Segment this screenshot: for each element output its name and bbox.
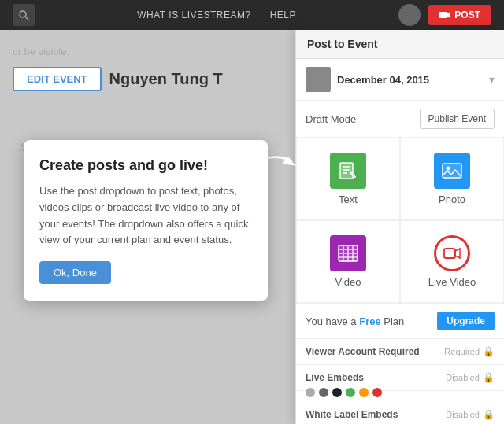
- tutorial-body: Use the post dropdown to post text, phot…: [39, 183, 252, 249]
- lock-icon-viewer: 🔒: [483, 346, 495, 357]
- post-button[interactable]: POST: [428, 5, 491, 25]
- event-thumbnail: [306, 67, 331, 92]
- text-icon: [330, 153, 366, 189]
- publish-event-button[interactable]: Publish Event: [420, 109, 495, 129]
- nav-links: WHAT IS LIVESTREAM? HELP: [137, 9, 296, 20]
- event-title: Nguyen Tung T: [109, 70, 223, 88]
- feature-row-viewer: Viewer Account Required Required 🔒: [296, 339, 504, 365]
- live-embeds-label: Live Embeds: [306, 372, 364, 383]
- avatar[interactable]: [398, 4, 421, 26]
- svg-point-11: [447, 167, 450, 171]
- ok-done-button[interactable]: Ok, Done: [39, 261, 111, 284]
- upgrade-button[interactable]: Upgrade: [437, 312, 495, 330]
- svg-line-1: [25, 17, 28, 20]
- color-dots-row: [296, 385, 504, 402]
- camera-icon: [439, 11, 450, 19]
- white-label-label: White Label Embeds: [306, 409, 398, 420]
- panel-date-row[interactable]: December 04, 2015 ▾: [296, 59, 504, 101]
- color-dot-green: [346, 388, 355, 397]
- svg-rect-2: [439, 12, 447, 18]
- color-dot-gray: [306, 388, 315, 397]
- plan-type: Free: [359, 315, 380, 327]
- event-date: December 04, 2015: [337, 74, 483, 86]
- post-types-grid: Text Photo: [296, 138, 504, 304]
- photo-icon: [434, 153, 470, 189]
- color-dot-red: [372, 388, 382, 397]
- draft-mode-label: Draft Mode: [306, 113, 356, 125]
- nav-link-livestream[interactable]: WHAT IS LIVESTREAM?: [137, 9, 250, 20]
- live-video-icon: [434, 235, 470, 271]
- edit-event-button[interactable]: EDIT EVENT: [13, 67, 102, 91]
- tutorial-popup: Create posts and go live! Use the post d…: [24, 140, 268, 301]
- video-icon: [330, 235, 366, 271]
- draft-publish-row: Draft Mode Publish Event: [296, 101, 504, 138]
- viewer-account-status: Required 🔒: [444, 346, 495, 357]
- photo-label: Photo: [439, 194, 465, 205]
- panel-header: Post to Event: [296, 30, 504, 59]
- color-dot-dark: [319, 388, 328, 397]
- chevron-down-icon: ▾: [489, 73, 495, 86]
- post-type-live-video[interactable]: Live Video: [400, 220, 504, 303]
- plan-text: You have a Free Plan: [306, 315, 404, 327]
- post-type-video[interactable]: Video: [296, 220, 400, 303]
- tutorial-title: Create posts and go live!: [39, 157, 252, 174]
- svg-rect-10: [443, 164, 461, 178]
- post-type-text[interactable]: Text: [296, 138, 400, 220]
- color-dot-black: [332, 388, 342, 397]
- plan-row: You have a Free Plan Upgrade: [296, 304, 504, 339]
- lock-icon-live: 🔒: [483, 372, 495, 383]
- viewer-account-label: Viewer Account Required: [306, 346, 420, 357]
- white-label-status: Disabled 🔒: [446, 409, 495, 420]
- live-embeds-status: Disabled 🔒: [446, 372, 495, 383]
- video-label: Video: [335, 276, 361, 288]
- feature-row-white-label: White Label Embeds Disabled 🔒: [296, 402, 504, 424]
- svg-point-0: [20, 11, 26, 17]
- live-video-label: Live Video: [428, 276, 476, 288]
- post-type-photo[interactable]: Photo: [400, 138, 504, 220]
- lock-icon-white-label: 🔒: [483, 409, 495, 420]
- post-panel: Post to Event December 04, 2015 ▾ Draft …: [295, 30, 504, 424]
- svg-rect-5: [340, 163, 353, 179]
- nav-bar: WHAT IS LIVESTREAM? HELP POST: [0, 0, 504, 30]
- svg-point-9: [350, 172, 353, 175]
- color-dot-orange: [359, 388, 369, 397]
- search-button[interactable]: [13, 4, 35, 26]
- text-label: Text: [339, 194, 358, 205]
- svg-marker-20: [455, 249, 460, 258]
- nav-link-help[interactable]: HELP: [270, 9, 296, 20]
- main-area: ot be visible. EDIT EVENT Nguyen Tung T …: [0, 30, 504, 424]
- svg-marker-3: [447, 12, 450, 18]
- svg-rect-19: [444, 249, 455, 258]
